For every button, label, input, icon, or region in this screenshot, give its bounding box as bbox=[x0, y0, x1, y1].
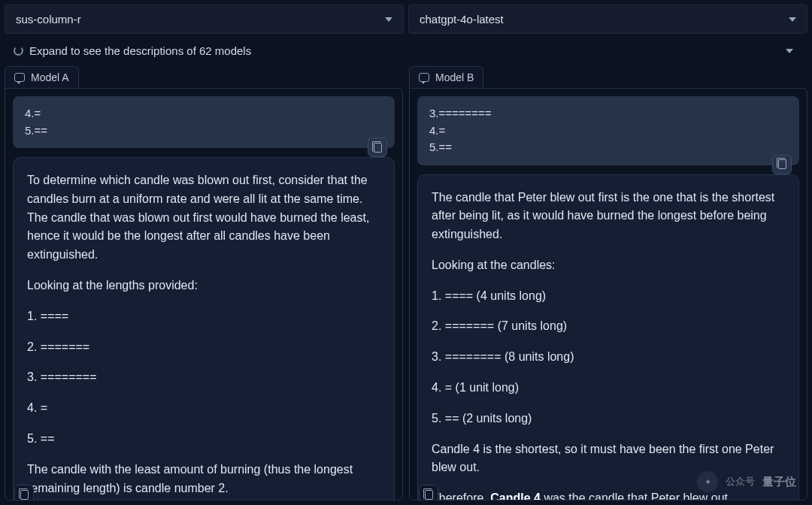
list-item: 3. ======== (8 units long) bbox=[432, 348, 785, 367]
copy-button[interactable] bbox=[772, 155, 792, 174]
chat-icon bbox=[14, 73, 25, 82]
paragraph: The candle with the least amount of burn… bbox=[27, 461, 380, 498]
column-model-b: Model B 3.======== 4.= 5.== The candle t… bbox=[409, 66, 807, 500]
user-line: 5.== bbox=[25, 122, 383, 140]
copy-icon bbox=[425, 490, 433, 500]
copy-icon bbox=[778, 159, 786, 169]
copy-button[interactable] bbox=[14, 485, 34, 500]
expand-models-text: Expand to see the descriptions of 62 mod… bbox=[29, 44, 251, 57]
copy-button[interactable] bbox=[419, 485, 438, 500]
tab-label: Model A bbox=[31, 71, 69, 83]
list-item: 2. ======= bbox=[27, 338, 380, 357]
user-line: 4.= bbox=[25, 105, 383, 122]
paragraph: Looking at the candles: bbox=[432, 256, 785, 275]
assistant-message: To determine which candle was blown out … bbox=[13, 157, 395, 500]
chevron-down-icon bbox=[385, 17, 392, 22]
model-selector-right-label: chatgpt-4o-latest bbox=[420, 13, 504, 26]
chevron-down-icon bbox=[789, 17, 796, 22]
paragraph: To determine which candle was blown out … bbox=[27, 171, 380, 265]
model-selector-right[interactable]: chatgpt-4o-latest bbox=[408, 5, 807, 34]
paragraph: Candle 4 is the shortest, so it must hav… bbox=[432, 440, 785, 478]
model-selector-left[interactable]: sus-column-r bbox=[5, 5, 404, 34]
list-item: 1. ==== (4 units long) bbox=[432, 287, 785, 306]
user-line: 5.== bbox=[429, 139, 787, 156]
tab-model-a[interactable]: Model A bbox=[5, 66, 79, 88]
list-item: 5. == bbox=[27, 430, 380, 449]
chevron-down-icon bbox=[786, 49, 793, 53]
spinner-icon bbox=[14, 46, 23, 56]
copy-icon bbox=[20, 490, 29, 500]
list-item: 1. ==== bbox=[27, 307, 380, 326]
column-model-a: Model A 4.= 5.== To determine which cand… bbox=[5, 66, 403, 500]
user-message: 4.= 5.== bbox=[13, 96, 395, 148]
paragraph: The candle that Peter blew out first is … bbox=[432, 189, 785, 244]
chat-icon bbox=[419, 73, 429, 82]
expand-models-row[interactable]: Expand to see the descriptions of 62 mod… bbox=[0, 34, 812, 66]
emphasis: Candle 4 bbox=[490, 491, 541, 500]
tab-label: Model B bbox=[435, 71, 474, 83]
list-item: 5. == (2 units long) bbox=[432, 410, 785, 428]
tab-model-b[interactable]: Model B bbox=[409, 66, 483, 88]
list-item: 3. ======== bbox=[27, 368, 380, 387]
assistant-message: The candle that Peter blew out first is … bbox=[417, 174, 799, 501]
user-line: 3.======== bbox=[429, 105, 787, 122]
list-item: 2. ======= (7 units long) bbox=[432, 317, 785, 336]
paragraph: Therefore, Candle 4 was the candle that … bbox=[432, 489, 785, 500]
paragraph: Looking at the lengths provided: bbox=[27, 277, 380, 295]
copy-button[interactable] bbox=[368, 138, 387, 157]
list-item: 4. = (1 unit long) bbox=[432, 379, 785, 398]
model-selector-left-label: sus-column-r bbox=[16, 13, 81, 26]
user-message: 3.======== 4.= 5.== bbox=[417, 96, 799, 165]
user-line: 4.= bbox=[429, 122, 787, 140]
copy-icon bbox=[374, 143, 382, 153]
list-item: 4. = bbox=[27, 399, 380, 418]
